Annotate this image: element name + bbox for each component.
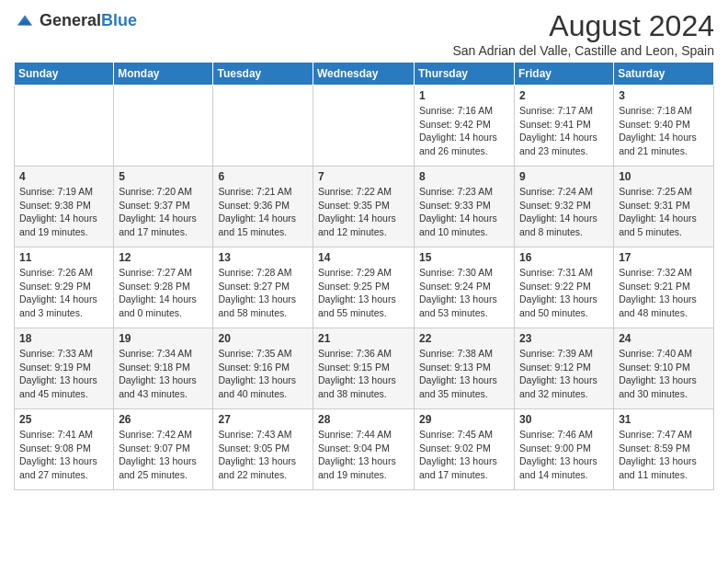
day-number: 30: [519, 413, 609, 426]
calendar-cell: 6Sunrise: 7:21 AM Sunset: 9:36 PM Daylig…: [213, 167, 313, 247]
day-number: 13: [218, 251, 308, 264]
day-number: 31: [619, 413, 709, 426]
day-number: 11: [19, 251, 108, 264]
day-number: 17: [619, 251, 709, 264]
day-number: 27: [218, 413, 308, 426]
day-number: 24: [619, 332, 709, 345]
calendar-cell: 20Sunrise: 7:35 AM Sunset: 9:16 PM Dayli…: [213, 328, 313, 409]
calendar-cell: 28Sunrise: 7:44 AM Sunset: 9:04 PM Dayli…: [313, 409, 415, 490]
calendar-cell: [213, 86, 313, 167]
day-number: 19: [119, 332, 208, 345]
day-number: 5: [119, 170, 208, 183]
day-number: 15: [419, 251, 509, 264]
day-info: Sunrise: 7:21 AM Sunset: 9:36 PM Dayligh…: [218, 185, 308, 239]
day-info: Sunrise: 7:34 AM Sunset: 9:18 PM Dayligh…: [119, 347, 208, 401]
location: San Adrian del Valle, Castille and Leon,…: [452, 43, 714, 58]
calendar-cell: 15Sunrise: 7:30 AM Sunset: 9:24 PM Dayli…: [415, 247, 515, 328]
day-info: Sunrise: 7:18 AM Sunset: 9:40 PM Dayligh…: [619, 104, 709, 158]
calendar-cell: 2Sunrise: 7:17 AM Sunset: 9:41 PM Daylig…: [515, 86, 614, 167]
day-info: Sunrise: 7:38 AM Sunset: 9:13 PM Dayligh…: [419, 347, 509, 401]
day-info: Sunrise: 7:19 AM Sunset: 9:38 PM Dayligh…: [19, 185, 108, 239]
calendar-table: SundayMondayTuesdayWednesdayThursdayFrid…: [14, 62, 714, 490]
day-info: Sunrise: 7:46 AM Sunset: 9:00 PM Dayligh…: [519, 428, 609, 482]
day-number: 1: [419, 89, 509, 102]
day-number: 14: [318, 251, 409, 264]
day-info: Sunrise: 7:28 AM Sunset: 9:27 PM Dayligh…: [218, 266, 308, 320]
day-info: Sunrise: 7:27 AM Sunset: 9:28 PM Dayligh…: [119, 266, 208, 320]
day-info: Sunrise: 7:47 AM Sunset: 8:59 PM Dayligh…: [619, 428, 709, 482]
calendar-cell: 5Sunrise: 7:20 AM Sunset: 9:37 PM Daylig…: [114, 167, 213, 247]
logo-general: General: [40, 11, 101, 29]
day-number: 16: [519, 251, 609, 264]
day-info: Sunrise: 7:20 AM Sunset: 9:37 PM Dayligh…: [119, 185, 208, 239]
day-number: 23: [519, 332, 609, 345]
calendar-cell: 13Sunrise: 7:28 AM Sunset: 9:27 PM Dayli…: [213, 247, 313, 328]
day-number: 10: [619, 170, 709, 183]
calendar-cell: 16Sunrise: 7:31 AM Sunset: 9:22 PM Dayli…: [515, 247, 614, 328]
calendar-week-row: 18Sunrise: 7:33 AM Sunset: 9:19 PM Dayli…: [15, 328, 714, 409]
calendar-cell: 10Sunrise: 7:25 AM Sunset: 9:31 PM Dayli…: [614, 167, 714, 247]
weekday-header: Monday: [114, 63, 213, 86]
day-number: 8: [419, 170, 509, 183]
day-info: Sunrise: 7:41 AM Sunset: 9:08 PM Dayligh…: [19, 428, 108, 482]
day-info: Sunrise: 7:31 AM Sunset: 9:22 PM Dayligh…: [519, 266, 609, 320]
day-info: Sunrise: 7:43 AM Sunset: 9:05 PM Dayligh…: [218, 428, 308, 482]
calendar-cell: 11Sunrise: 7:26 AM Sunset: 9:29 PM Dayli…: [15, 247, 114, 328]
day-number: 6: [218, 170, 308, 183]
weekday-header: Wednesday: [313, 63, 415, 86]
day-number: 12: [119, 251, 208, 264]
day-info: Sunrise: 7:33 AM Sunset: 9:19 PM Dayligh…: [19, 347, 108, 401]
day-info: Sunrise: 7:39 AM Sunset: 9:12 PM Dayligh…: [519, 347, 609, 401]
day-number: 25: [19, 413, 108, 426]
day-number: 29: [419, 413, 509, 426]
day-info: Sunrise: 7:24 AM Sunset: 9:32 PM Dayligh…: [519, 185, 609, 239]
day-info: Sunrise: 7:25 AM Sunset: 9:31 PM Dayligh…: [619, 185, 709, 239]
calendar-cell: 27Sunrise: 7:43 AM Sunset: 9:05 PM Dayli…: [213, 409, 313, 490]
weekday-header: Tuesday: [213, 63, 313, 86]
logo: GeneralBlue: [14, 9, 137, 31]
day-number: 21: [318, 332, 409, 345]
calendar-cell: 18Sunrise: 7:33 AM Sunset: 9:19 PM Dayli…: [15, 328, 114, 409]
day-number: 2: [519, 89, 609, 102]
calendar-cell: 23Sunrise: 7:39 AM Sunset: 9:12 PM Dayli…: [515, 328, 614, 409]
day-number: 4: [19, 170, 108, 183]
calendar-cell: 8Sunrise: 7:23 AM Sunset: 9:33 PM Daylig…: [415, 167, 515, 247]
day-number: 7: [318, 170, 409, 183]
calendar-cell: 25Sunrise: 7:41 AM Sunset: 9:08 PM Dayli…: [15, 409, 114, 490]
calendar-cell: 19Sunrise: 7:34 AM Sunset: 9:18 PM Dayli…: [114, 328, 213, 409]
logo-blue: Blue: [101, 11, 137, 29]
calendar-cell: [114, 86, 213, 167]
calendar-cell: 9Sunrise: 7:24 AM Sunset: 9:32 PM Daylig…: [515, 167, 614, 247]
month-year: August 2024: [452, 9, 714, 43]
day-number: 18: [19, 332, 108, 345]
title-area: August 2024 San Adrian del Valle, Castil…: [452, 9, 714, 58]
calendar-cell: 3Sunrise: 7:18 AM Sunset: 9:40 PM Daylig…: [614, 86, 714, 167]
day-info: Sunrise: 7:26 AM Sunset: 9:29 PM Dayligh…: [19, 266, 108, 320]
calendar-cell: 22Sunrise: 7:38 AM Sunset: 9:13 PM Dayli…: [415, 328, 515, 409]
weekday-header: Saturday: [614, 63, 714, 86]
day-number: 26: [119, 413, 208, 426]
day-info: Sunrise: 7:16 AM Sunset: 9:42 PM Dayligh…: [419, 104, 509, 158]
calendar-cell: 31Sunrise: 7:47 AM Sunset: 8:59 PM Dayli…: [614, 409, 714, 490]
day-info: Sunrise: 7:35 AM Sunset: 9:16 PM Dayligh…: [218, 347, 308, 401]
weekday-header-row: SundayMondayTuesdayWednesdayThursdayFrid…: [15, 63, 714, 86]
calendar-cell: [313, 86, 415, 167]
day-info: Sunrise: 7:32 AM Sunset: 9:21 PM Dayligh…: [619, 266, 709, 320]
calendar-week-row: 1Sunrise: 7:16 AM Sunset: 9:42 PM Daylig…: [15, 86, 714, 167]
day-info: Sunrise: 7:30 AM Sunset: 9:24 PM Dayligh…: [419, 266, 509, 320]
calendar-cell: 21Sunrise: 7:36 AM Sunset: 9:15 PM Dayli…: [313, 328, 415, 409]
calendar-cell: 30Sunrise: 7:46 AM Sunset: 9:00 PM Dayli…: [515, 409, 614, 490]
day-info: Sunrise: 7:23 AM Sunset: 9:33 PM Dayligh…: [419, 185, 509, 239]
day-info: Sunrise: 7:45 AM Sunset: 9:02 PM Dayligh…: [419, 428, 509, 482]
calendar-cell: 14Sunrise: 7:29 AM Sunset: 9:25 PM Dayli…: [313, 247, 415, 328]
day-number: 22: [419, 332, 509, 345]
calendar-week-row: 4Sunrise: 7:19 AM Sunset: 9:38 PM Daylig…: [15, 167, 714, 247]
weekday-header: Friday: [515, 63, 614, 86]
day-number: 20: [218, 332, 308, 345]
weekday-header: Sunday: [15, 63, 114, 86]
logo-icon: [14, 9, 36, 31]
calendar-week-row: 11Sunrise: 7:26 AM Sunset: 9:29 PM Dayli…: [15, 247, 714, 328]
day-number: 28: [318, 413, 409, 426]
calendar-week-row: 25Sunrise: 7:41 AM Sunset: 9:08 PM Dayli…: [15, 409, 714, 490]
calendar-cell: 17Sunrise: 7:32 AM Sunset: 9:21 PM Dayli…: [614, 247, 714, 328]
